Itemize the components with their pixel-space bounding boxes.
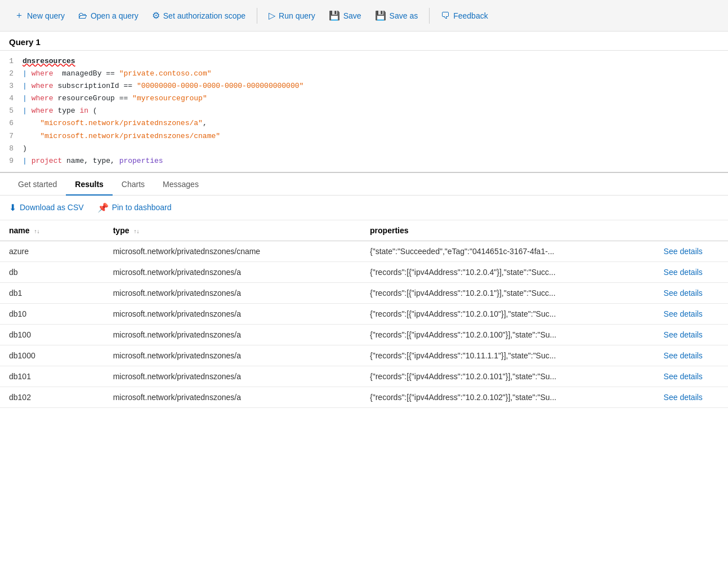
code-editor[interactable]: 1 dnsresources 2 | where managedBy == "p…	[0, 51, 728, 173]
see-details-link-4[interactable]: See details	[664, 330, 703, 339]
cell-name-4: db100	[0, 324, 104, 345]
line-number-4: 4	[0, 92, 23, 105]
line-number-8: 8	[0, 143, 23, 155]
cell-name-7: db102	[0, 387, 104, 407]
save-button[interactable]: 💾 Save	[323, 7, 367, 24]
tab-charts[interactable]: Charts	[113, 173, 154, 196]
line-content-5: | where type in (	[23, 105, 728, 117]
results-table: name ↑↓ type ↑↓ properties azure microso…	[0, 220, 728, 408]
line-content-1: dnsresources	[23, 55, 728, 68]
tab-messages[interactable]: Messages	[154, 173, 208, 196]
cell-type-5: microsoft.network/privatednszones/a	[104, 345, 361, 366]
code-line-2: 2 | where managedBy == "private.contoso.…	[0, 68, 728, 80]
code-line-7: 7 "microsoft.network/privatednszones/cna…	[0, 130, 728, 143]
new-query-button[interactable]: ＋ New query	[9, 6, 70, 25]
code-line-4: 4 | where resourceGroup == "myresourcegr…	[0, 92, 728, 105]
cell-type-6: microsoft.network/privatednszones/a	[104, 366, 361, 387]
set-auth-button[interactable]: ⚙ Set authorization scope	[146, 7, 251, 24]
cell-name-1: db	[0, 261, 104, 282]
type-sort-icon[interactable]: ↑↓	[133, 228, 139, 234]
tab-get-started[interactable]: Get started	[9, 173, 66, 196]
new-query-label: New query	[27, 11, 65, 20]
play-icon: ▷	[269, 10, 275, 21]
run-query-button[interactable]: ▷ Run query	[263, 7, 321, 24]
see-details-link-0[interactable]: See details	[664, 247, 703, 256]
col-header-properties: properties	[361, 220, 655, 241]
code-line-8: 8 )	[0, 143, 728, 155]
line-content-8: )	[23, 143, 728, 155]
plus-icon: ＋	[15, 10, 24, 21]
pin-icon: 📌	[97, 202, 109, 213]
table-row: db101 microsoft.network/privatednszones/…	[0, 366, 728, 387]
pin-dashboard-button[interactable]: 📌 Pin to dashboard	[97, 202, 172, 213]
cell-action-0[interactable]: See details	[655, 241, 728, 261]
col-header-action	[655, 220, 728, 241]
open-query-label: Open a query	[91, 11, 139, 20]
table-row: db microsoft.network/privatednszones/a {…	[0, 261, 728, 282]
cell-action-3[interactable]: See details	[655, 303, 728, 324]
table-row: db102 microsoft.network/privatednszones/…	[0, 387, 728, 407]
line-content-7: "microsoft.network/privatednszones/cname…	[23, 130, 728, 143]
see-details-link-1[interactable]: See details	[664, 268, 703, 277]
download-csv-label: Download as CSV	[20, 203, 84, 212]
cell-type-0: microsoft.network/privatednszones/cname	[104, 241, 361, 261]
line-content-9: | project name, type, properties	[23, 155, 728, 167]
see-details-link-7[interactable]: See details	[664, 393, 703, 402]
line-number-6: 6	[0, 117, 23, 130]
run-query-label: Run query	[279, 11, 315, 20]
save-label: Save	[343, 11, 361, 20]
download-csv-button[interactable]: ⬇ Download as CSV	[9, 202, 84, 213]
col-header-name[interactable]: name ↑↓	[0, 220, 104, 241]
name-sort-icon[interactable]: ↑↓	[34, 228, 39, 234]
table-row: db10 microsoft.network/privatednszones/a…	[0, 303, 728, 324]
table-row: db1 microsoft.network/privatednszones/a …	[0, 282, 728, 303]
cell-properties-3: {"records":[{"ipv4Address":"10.2.0.10"}]…	[361, 303, 655, 324]
cell-action-5[interactable]: See details	[655, 345, 728, 366]
toolbar: ＋ New query 🗁 Open a query ⚙ Set authori…	[0, 0, 728, 32]
code-line-3: 3 | where subscriptionId == "00000000-00…	[0, 80, 728, 92]
cell-properties-7: {"records":[{"ipv4Address":"10.2.0.102"}…	[361, 387, 655, 407]
code-line-5: 5 | where type in (	[0, 105, 728, 117]
cell-properties-5: {"records":[{"ipv4Address":"10.11.1.1"}]…	[361, 345, 655, 366]
cell-action-2[interactable]: See details	[655, 282, 728, 303]
cell-action-4[interactable]: See details	[655, 324, 728, 345]
cell-properties-0: {"state":"Succeeded","eTag":"0414651c-31…	[361, 241, 655, 261]
feedback-button[interactable]: 🗨 Feedback	[435, 7, 493, 24]
line-content-4: | where resourceGroup == "myresourcegrou…	[23, 92, 728, 105]
see-details-link-3[interactable]: See details	[664, 309, 703, 318]
cell-action-6[interactable]: See details	[655, 366, 728, 387]
cell-name-3: db10	[0, 303, 104, 324]
code-line-9: 9 | project name, type, properties	[0, 155, 728, 167]
save-icon: 💾	[329, 10, 340, 21]
gear-icon: ⚙	[152, 10, 160, 21]
download-icon: ⬇	[9, 202, 16, 213]
line-content-2: | where managedBy == "private.contoso.co…	[23, 68, 728, 80]
cell-type-3: microsoft.network/privatednszones/a	[104, 303, 361, 324]
save-as-button[interactable]: 💾 Save as	[369, 7, 424, 24]
folder-open-icon: 🗁	[78, 11, 87, 21]
table-row: db1000 microsoft.network/privatednszones…	[0, 345, 728, 366]
cell-properties-4: {"records":[{"ipv4Address":"10.2.0.100"}…	[361, 324, 655, 345]
pin-dashboard-label: Pin to dashboard	[112, 203, 172, 212]
line-number-7: 7	[0, 130, 23, 143]
save-as-icon: 💾	[375, 10, 386, 21]
cell-properties-6: {"records":[{"ipv4Address":"10.2.0.101"}…	[361, 366, 655, 387]
cell-name-6: db101	[0, 366, 104, 387]
see-details-link-6[interactable]: See details	[664, 372, 703, 381]
feedback-icon: 🗨	[441, 11, 450, 21]
separator-2	[429, 8, 430, 24]
action-bar: ⬇ Download as CSV 📌 Pin to dashboard	[0, 196, 728, 220]
tab-results[interactable]: Results	[66, 173, 113, 196]
code-line-1: 1 dnsresources	[0, 55, 728, 68]
set-auth-label: Set authorization scope	[163, 11, 245, 20]
see-details-link-5[interactable]: See details	[664, 351, 703, 360]
results-area: Get started Results Charts Messages ⬇ Do…	[0, 173, 728, 408]
cell-action-7[interactable]: See details	[655, 387, 728, 407]
tabs-bar: Get started Results Charts Messages	[0, 173, 728, 196]
col-header-type[interactable]: type ↑↓	[104, 220, 361, 241]
table-header-row: name ↑↓ type ↑↓ properties	[0, 220, 728, 241]
see-details-link-2[interactable]: See details	[664, 289, 703, 298]
cell-name-0: azure	[0, 241, 104, 261]
open-query-button[interactable]: 🗁 Open a query	[73, 7, 144, 24]
cell-action-1[interactable]: See details	[655, 261, 728, 282]
